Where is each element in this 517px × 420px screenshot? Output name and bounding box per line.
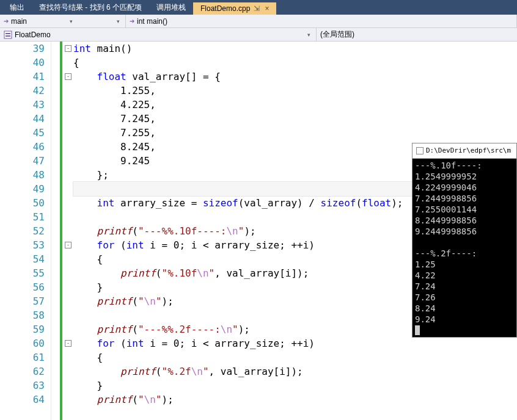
class-bar: FloatDemo ▾ (全局范围) bbox=[0, 28, 517, 42]
file-dropdown[interactable]: FloatDemo ▾ bbox=[0, 28, 317, 41]
line-number: 51 bbox=[0, 210, 45, 224]
fold-toggle[interactable]: - bbox=[65, 242, 72, 248]
line-number: 41 bbox=[0, 70, 45, 84]
nav-func-dropdown[interactable]: ➔ int main() bbox=[126, 15, 517, 27]
chevron-down-icon: ▾ bbox=[306, 32, 312, 38]
file-name: FloatDemo bbox=[15, 31, 51, 39]
line-number: 60 bbox=[0, 336, 45, 350]
line-number: 57 bbox=[0, 294, 45, 308]
code-line[interactable]: printf("%.2f\n", val_array[i]); bbox=[73, 364, 517, 378]
nav-scope-dropdown[interactable]: ➔ main ▾ ▾ bbox=[0, 15, 126, 27]
fold-toggle[interactable]: - bbox=[65, 45, 72, 52]
code-line[interactable]: for (int i = 0; i < arrary_size; ++i) bbox=[73, 336, 517, 350]
scope-text: (全局范围) bbox=[320, 29, 354, 40]
close-icon[interactable]: × bbox=[265, 4, 269, 13]
fold-toggle[interactable]: - bbox=[65, 340, 72, 347]
svg-rect-1 bbox=[6, 33, 10, 34]
line-number: 53 bbox=[0, 238, 45, 252]
arrow-icon: ➔ bbox=[4, 18, 9, 24]
console-title: D:\DevDrir\edpf\src\m bbox=[426, 145, 511, 156]
line-number: 61 bbox=[0, 350, 45, 364]
chevron-down-icon: ▾ bbox=[68, 18, 75, 24]
line-number: 55 bbox=[0, 266, 45, 280]
line-number: 47 bbox=[0, 154, 45, 168]
svg-rect-2 bbox=[6, 35, 10, 37]
line-number: 59 bbox=[0, 322, 45, 336]
arrow-icon: ➔ bbox=[130, 18, 134, 24]
scope-dropdown[interactable]: (全局范围) bbox=[317, 28, 358, 41]
nav-func-text: int main() bbox=[137, 17, 167, 26]
line-number: 63 bbox=[0, 378, 45, 393]
line-number: 39 bbox=[0, 42, 45, 56]
code-line[interactable]: } bbox=[73, 378, 517, 393]
line-number: 64 bbox=[0, 393, 45, 407]
nav-scope-text: main bbox=[11, 17, 27, 26]
code-line[interactable]: 7.245, bbox=[73, 112, 517, 126]
console-titlebar[interactable]: D:\DevDrir\edpf\src\m bbox=[413, 143, 516, 159]
fold-toggle[interactable]: - bbox=[65, 73, 72, 80]
line-number: 42 bbox=[0, 84, 45, 98]
code-line[interactable]: { bbox=[73, 56, 517, 70]
line-number: 62 bbox=[0, 364, 45, 378]
line-number: 54 bbox=[0, 252, 45, 266]
document-tab[interactable]: 查找符号结果 - 找到 6 个匹配项 bbox=[32, 1, 149, 15]
line-number-gutter: 3940414243444546474849505152535455565758… bbox=[0, 42, 51, 420]
line-number: 56 bbox=[0, 280, 45, 294]
change-margin bbox=[51, 42, 64, 420]
svg-rect-0 bbox=[4, 31, 12, 38]
console-cursor bbox=[415, 325, 420, 335]
code-line[interactable]: 7.255, bbox=[73, 126, 517, 140]
line-number: 44 bbox=[0, 112, 45, 126]
line-number: 58 bbox=[0, 308, 45, 322]
fold-column: ---- bbox=[64, 42, 73, 420]
chevron-down-icon: ▾ bbox=[115, 18, 122, 24]
code-line[interactable]: 4.225, bbox=[73, 98, 517, 112]
code-line[interactable]: int main() bbox=[73, 42, 517, 56]
line-number: 50 bbox=[0, 196, 45, 210]
line-number: 46 bbox=[0, 140, 45, 154]
console-window[interactable]: D:\DevDrir\edpf\src\m ---%.10f----: 1.25… bbox=[412, 143, 517, 338]
document-tab[interactable]: 输出 bbox=[2, 1, 32, 15]
line-number: 52 bbox=[0, 224, 45, 238]
document-tab[interactable]: 调用堆栈 bbox=[149, 1, 193, 15]
document-tabstrip: 输出查找符号结果 - 找到 6 个匹配项调用堆栈FloatDemo.cpp⇲× bbox=[0, 0, 517, 15]
console-output: ---%.10f----: 1.2549999952 4.2249999046 … bbox=[413, 159, 516, 337]
document-tab[interactable]: FloatDemo.cpp⇲× bbox=[193, 2, 276, 15]
cpp-file-icon bbox=[4, 31, 12, 39]
line-number: 40 bbox=[0, 56, 45, 70]
console-icon bbox=[416, 147, 424, 154]
line-number: 49 bbox=[0, 182, 45, 196]
line-number: 45 bbox=[0, 126, 45, 140]
line-number: 48 bbox=[0, 168, 45, 182]
code-line[interactable]: 1.255, bbox=[73, 84, 517, 98]
code-line[interactable]: { bbox=[73, 350, 517, 364]
nav-bar: ➔ main ▾ ▾ ➔ int main() bbox=[0, 15, 517, 28]
code-line[interactable]: float val_array[] = { bbox=[73, 70, 517, 84]
pin-icon[interactable]: ⇲ bbox=[254, 4, 260, 13]
code-line[interactable]: printf("\n"); bbox=[73, 393, 517, 407]
line-number: 43 bbox=[0, 98, 45, 112]
